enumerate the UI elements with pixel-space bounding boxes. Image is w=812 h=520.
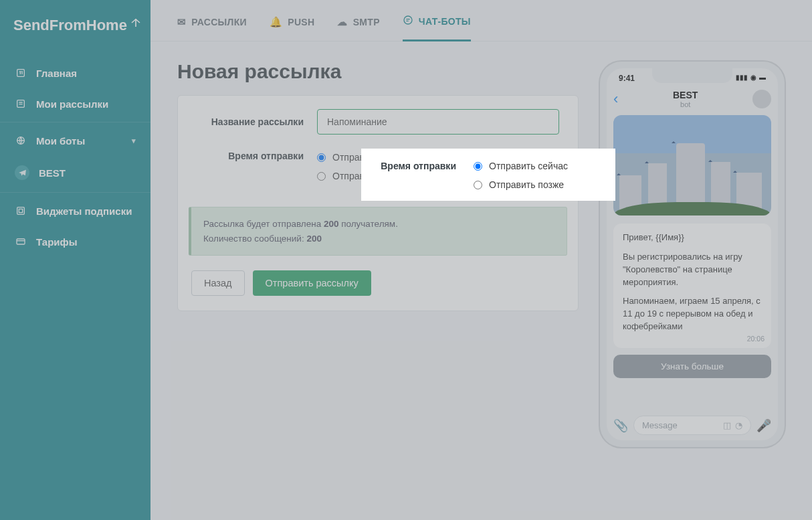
info-banner: Рассылка будет отправлена 200 получателя… bbox=[189, 207, 567, 256]
tab-push[interactable]: 🔔 PUSH bbox=[270, 15, 314, 41]
sidebar: SendFromHome Главная Мои рассылки Мои бо… bbox=[0, 0, 150, 520]
sidebar-item-bots[interactable]: Мои боты ▾ bbox=[0, 125, 150, 156]
globe-icon bbox=[15, 135, 27, 147]
sidebar-item-label: Виджеты подписки bbox=[36, 205, 132, 217]
widget-icon bbox=[15, 205, 27, 217]
chat-subtitle: bot bbox=[623, 100, 747, 108]
message-input[interactable]: Message ◫ ◔ bbox=[633, 416, 751, 435]
brand-text: SendFromHome bbox=[13, 17, 127, 34]
info-text: Количество сообщений: bbox=[203, 234, 306, 244]
sidebar-nav: Главная Мои рассылки Мои боты ▾ BEST Вид… bbox=[0, 51, 150, 264]
tab-label: SMTP bbox=[353, 17, 380, 27]
message-count: 200 bbox=[306, 234, 322, 244]
message-bubble: Привет, {{Имя}} Вы регистрировались на и… bbox=[613, 224, 771, 348]
wifi-icon: ◉ bbox=[750, 74, 756, 83]
page-title: Новая рассылка bbox=[177, 60, 579, 83]
tab-label: ЧАТ-БОТЫ bbox=[419, 16, 471, 27]
campaign-name-input[interactable] bbox=[317, 109, 559, 135]
svg-rect-5 bbox=[17, 239, 25, 244]
svg-rect-4 bbox=[19, 209, 22, 212]
attach-icon[interactable]: 📎 bbox=[613, 418, 628, 433]
telegram-icon bbox=[15, 165, 29, 180]
message-input-bar: 📎 Message ◫ ◔ 🎤 bbox=[607, 410, 778, 440]
sidebar-item-bot-best[interactable]: BEST bbox=[0, 156, 150, 189]
recipient-count: 200 bbox=[324, 219, 339, 229]
mail-icon: ✉ bbox=[177, 16, 186, 28]
sidebar-item-widgets[interactable]: Виджеты подписки bbox=[0, 195, 150, 226]
message-line: Привет, {{Имя}} bbox=[623, 232, 762, 244]
status-icons: ▮▮▮ ◉ ▬ bbox=[736, 74, 766, 83]
tab-smtp[interactable]: ☁ SMTP bbox=[337, 15, 379, 41]
chevron-down-icon: ▾ bbox=[132, 137, 136, 145]
message-image bbox=[613, 115, 771, 215]
tab-chatbots[interactable]: ЧАТ-БОТЫ bbox=[403, 15, 471, 41]
info-text: Рассылка будет отправлена bbox=[203, 219, 324, 229]
tour-highlight-content: Время отправки Отправить сейчас Отправит… bbox=[361, 149, 615, 201]
radio-input[interactable] bbox=[317, 153, 326, 162]
cloud-icon: ☁ bbox=[337, 16, 347, 28]
sidebar-item-label: BEST bbox=[39, 167, 66, 179]
back-icon[interactable]: ‹ bbox=[613, 90, 618, 108]
time-label: Время отправки bbox=[197, 149, 304, 161]
battery-icon: ▬ bbox=[759, 74, 766, 83]
home-icon bbox=[15, 67, 27, 79]
send-button[interactable]: Отправить рассылку bbox=[253, 270, 371, 296]
tab-campaigns[interactable]: ✉ РАССЫЛКИ bbox=[177, 15, 247, 41]
chat-name: BEST bbox=[623, 90, 747, 100]
sidebar-item-campaigns[interactable]: Мои рассылки bbox=[0, 88, 150, 119]
info-text: получателям. bbox=[338, 219, 397, 229]
sidebar-item-pricing[interactable]: Тарифы bbox=[0, 226, 150, 257]
separator bbox=[0, 122, 150, 122]
signal-icon: ▮▮▮ bbox=[736, 74, 748, 83]
svg-point-6 bbox=[404, 16, 412, 24]
separator bbox=[0, 192, 150, 193]
back-button[interactable]: Назад bbox=[191, 270, 245, 296]
name-label: Название рассылки bbox=[197, 116, 304, 127]
avatar[interactable] bbox=[752, 90, 771, 108]
timer-icon[interactable]: ◔ bbox=[735, 420, 742, 430]
chat-header: ‹ BEST bot bbox=[607, 86, 778, 115]
status-time: 9:41 bbox=[619, 74, 635, 83]
tab-label: РАССЫЛКИ bbox=[191, 17, 247, 27]
tab-label: PUSH bbox=[288, 17, 314, 27]
sidebar-item-label: Тарифы bbox=[36, 236, 77, 248]
inline-button[interactable]: Узнать больше bbox=[613, 355, 771, 378]
message-time: 20:06 bbox=[747, 334, 765, 344]
brand-logo[interactable]: SendFromHome bbox=[0, 0, 150, 51]
mic-icon[interactable]: 🎤 bbox=[756, 418, 771, 433]
phone-notch bbox=[652, 68, 732, 83]
sidebar-item-label: Мои рассылки bbox=[36, 98, 108, 110]
list-icon bbox=[15, 98, 27, 110]
message-line: Напоминаем, играем 15 апреля, с 11 до 19… bbox=[623, 295, 762, 340]
home-arrow-icon bbox=[130, 15, 142, 33]
sidebar-item-label: Главная bbox=[36, 68, 77, 79]
phone-preview: 9:41 ▮▮▮ ◉ ▬ ‹ BEST bot bbox=[599, 60, 786, 448]
placeholder-text: Message bbox=[642, 420, 678, 430]
top-tabs: ✉ РАССЫЛКИ 🔔 PUSH ☁ SMTP ЧАТ-БОТЫ bbox=[150, 0, 812, 41]
sidebar-item-home[interactable]: Главная bbox=[0, 58, 150, 88]
sidebar-item-label: Мои боты bbox=[36, 135, 85, 147]
main-area: ✉ РАССЫЛКИ 🔔 PUSH ☁ SMTP ЧАТ-БОТЫ Новая … bbox=[150, 0, 812, 520]
bell-icon: 🔔 bbox=[270, 16, 282, 28]
sticker-icon[interactable]: ◫ bbox=[723, 420, 731, 430]
radio-input[interactable] bbox=[317, 172, 326, 181]
svg-rect-3 bbox=[17, 207, 25, 215]
form-card: Название рассылки Время отправки Отправи… bbox=[177, 95, 579, 311]
chat-icon bbox=[403, 15, 413, 27]
card-icon bbox=[15, 236, 27, 248]
message-line: Вы регистрировались на игру "Королевство… bbox=[623, 251, 762, 289]
